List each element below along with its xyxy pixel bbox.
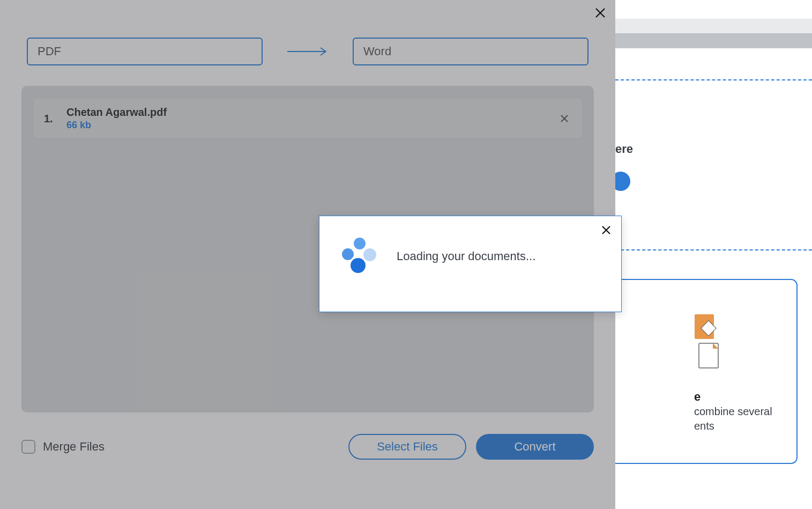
close-modal-button[interactable]: [592, 4, 609, 21]
close-icon: [560, 114, 569, 123]
merge-files-checkbox[interactable]: Merge Files: [21, 440, 105, 454]
feature-card-title-fragment: e: [694, 390, 701, 404]
format-row: PDF Word: [27, 38, 588, 65]
feature-card-desc-fragment: combine several ents: [694, 404, 786, 433]
select-files-label: Select Files: [377, 440, 438, 454]
checkbox-box: [21, 440, 35, 454]
file-index: 1.: [44, 113, 57, 125]
file-row: 1. Chetan Agarwal.pdf 66 kb: [33, 99, 582, 138]
arrow-icon: [263, 47, 353, 56]
close-icon: [601, 225, 612, 235]
loading-dialog: Loading your documents...: [319, 216, 622, 312]
target-format-value: Word: [363, 45, 391, 58]
background-page: ere e combine several ents: [615, 0, 812, 509]
loading-body: Loading your documents...: [341, 238, 600, 275]
remove-file-button[interactable]: [557, 112, 571, 126]
loading-message: Loading your documents...: [397, 249, 535, 263]
close-loading-button[interactable]: [599, 223, 614, 238]
feature-card-desc-line1: combine several: [694, 405, 772, 417]
background-toolbar-light: [615, 19, 812, 33]
dropzone-top-border: [615, 79, 812, 80]
source-format-value: PDF: [38, 45, 61, 58]
convert-button[interactable]: Convert: [476, 434, 594, 460]
merge-files-label: Merge Files: [43, 440, 105, 454]
dropzone-bottom-border: [615, 249, 812, 250]
source-format-select[interactable]: PDF: [27, 38, 263, 65]
document-merge-icon: [691, 312, 721, 371]
file-meta: Chetan Agarwal.pdf 66 kb: [66, 106, 548, 131]
target-format-select[interactable]: Word: [353, 38, 588, 65]
dropzone-hint-fragment: ere: [615, 142, 633, 156]
feature-card-merge[interactable]: e combine several ents: [594, 279, 798, 464]
modal-bottom-bar: Merge Files Select Files Convert: [21, 433, 594, 461]
file-name: Chetan Agarwal.pdf: [66, 106, 548, 119]
convert-label: Convert: [514, 440, 555, 454]
file-size: 66 kb: [66, 120, 548, 131]
close-icon: [594, 6, 607, 19]
select-files-button[interactable]: Select Files: [348, 434, 466, 460]
feature-card-desc-line2: ents: [694, 420, 714, 432]
background-toolbar-dark: [615, 33, 812, 48]
spinner-icon: [341, 238, 378, 275]
